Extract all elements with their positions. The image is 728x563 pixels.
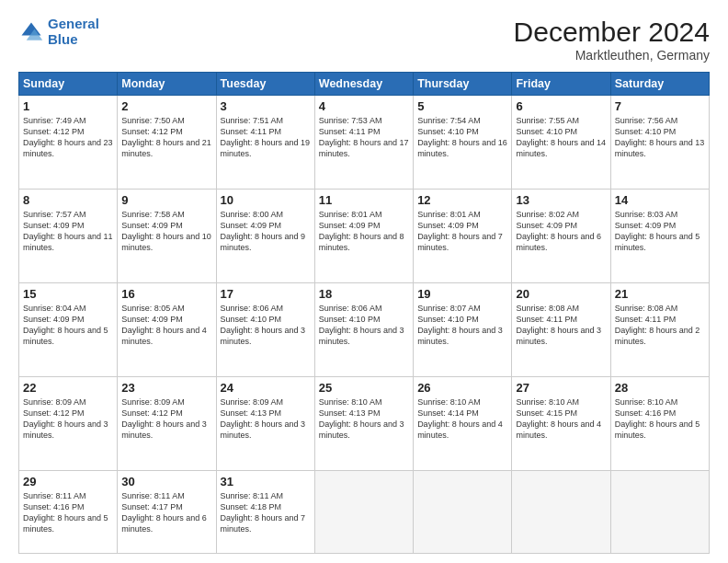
day-number: 14 <box>615 193 705 207</box>
logo-line1: General <box>48 16 99 31</box>
calendar-cell: 19Sunrise: 8:07 AMSunset: 4:10 PMDayligh… <box>414 282 512 376</box>
cell-info: Sunrise: 8:11 AMSunset: 4:16 PMDaylight:… <box>23 490 113 535</box>
day-number: 13 <box>516 193 606 207</box>
calendar-week-row: 29Sunrise: 8:11 AMSunset: 4:16 PMDayligh… <box>19 470 710 553</box>
day-number: 16 <box>121 287 211 301</box>
cell-info: Sunrise: 8:00 AMSunset: 4:09 PMDaylight:… <box>221 209 311 254</box>
cell-info: Sunrise: 7:54 AMSunset: 4:10 PMDaylight:… <box>417 115 507 160</box>
calendar-cell: 7Sunrise: 7:56 AMSunset: 4:10 PMDaylight… <box>610 96 709 190</box>
day-number: 3 <box>221 99 311 113</box>
logo-line2: Blue <box>48 31 78 47</box>
calendar-cell: 9Sunrise: 7:58 AMSunset: 4:09 PMDaylight… <box>118 189 216 282</box>
cell-info: Sunrise: 7:58 AMSunset: 4:09 PMDaylight:… <box>121 209 211 254</box>
cell-info: Sunrise: 8:04 AMSunset: 4:09 PMDaylight:… <box>23 303 113 348</box>
calendar-cell: 31Sunrise: 8:11 AMSunset: 4:18 PMDayligh… <box>216 470 314 553</box>
calendar-cell: 1Sunrise: 7:49 AMSunset: 4:12 PMDaylight… <box>19 96 118 190</box>
cell-info: Sunrise: 8:10 AMSunset: 4:13 PMDaylight:… <box>319 396 409 442</box>
calendar-cell: 3Sunrise: 7:51 AMSunset: 4:11 PMDaylight… <box>216 96 314 190</box>
calendar-cell: 5Sunrise: 7:54 AMSunset: 4:10 PMDaylight… <box>414 96 512 190</box>
cell-info: Sunrise: 8:02 AMSunset: 4:09 PMDaylight:… <box>516 209 606 254</box>
day-number: 4 <box>319 99 409 113</box>
calendar-week-row: 1Sunrise: 7:49 AMSunset: 4:12 PMDaylight… <box>19 96 710 190</box>
day-number: 25 <box>319 381 409 395</box>
day-number: 31 <box>221 475 311 488</box>
calendar-cell <box>610 470 709 553</box>
calendar-cell: 13Sunrise: 8:02 AMSunset: 4:09 PMDayligh… <box>512 189 610 282</box>
calendar-week-row: 22Sunrise: 8:09 AMSunset: 4:12 PMDayligh… <box>19 376 710 470</box>
title-block: December 2024 Marktleuthen, Germany <box>514 17 710 63</box>
cell-info: Sunrise: 8:11 AMSunset: 4:17 PMDaylight:… <box>121 490 211 535</box>
cell-info: Sunrise: 7:51 AMSunset: 4:11 PMDaylight:… <box>221 115 311 160</box>
cell-info: Sunrise: 7:53 AMSunset: 4:11 PMDaylight:… <box>319 115 409 160</box>
weekday-header: Sunday <box>19 73 118 96</box>
day-number: 7 <box>615 99 705 113</box>
location: Marktleuthen, Germany <box>514 48 710 63</box>
day-number: 9 <box>121 193 211 207</box>
cell-info: Sunrise: 8:09 AMSunset: 4:12 PMDaylight:… <box>23 396 113 442</box>
calendar-table: SundayMondayTuesdayWednesdayThursdayFrid… <box>18 72 710 554</box>
calendar-cell: 20Sunrise: 8:08 AMSunset: 4:11 PMDayligh… <box>512 282 610 376</box>
day-number: 5 <box>417 99 507 113</box>
calendar-cell: 10Sunrise: 8:00 AMSunset: 4:09 PMDayligh… <box>216 189 314 282</box>
cell-info: Sunrise: 7:49 AMSunset: 4:12 PMDaylight:… <box>23 115 113 160</box>
calendar-cell <box>512 470 610 553</box>
logo: General Blue <box>18 17 99 47</box>
day-number: 11 <box>319 193 409 207</box>
cell-info: Sunrise: 8:10 AMSunset: 4:16 PMDaylight:… <box>615 396 705 442</box>
day-number: 30 <box>121 475 211 488</box>
cell-info: Sunrise: 8:05 AMSunset: 4:09 PMDaylight:… <box>121 303 211 348</box>
cell-info: Sunrise: 8:01 AMSunset: 4:09 PMDaylight:… <box>417 209 507 254</box>
weekday-header: Monday <box>118 73 216 96</box>
day-number: 6 <box>516 99 606 113</box>
calendar-cell: 2Sunrise: 7:50 AMSunset: 4:12 PMDaylight… <box>118 96 216 190</box>
cell-info: Sunrise: 8:10 AMSunset: 4:15 PMDaylight:… <box>516 396 606 442</box>
weekday-header: Friday <box>512 73 610 96</box>
calendar-cell: 26Sunrise: 8:10 AMSunset: 4:14 PMDayligh… <box>414 376 512 470</box>
calendar-cell: 22Sunrise: 8:09 AMSunset: 4:12 PMDayligh… <box>19 376 118 470</box>
day-number: 21 <box>615 287 705 301</box>
cell-info: Sunrise: 7:55 AMSunset: 4:10 PMDaylight:… <box>516 115 606 160</box>
day-number: 17 <box>221 287 311 301</box>
calendar-cell: 21Sunrise: 8:08 AMSunset: 4:11 PMDayligh… <box>610 282 709 376</box>
calendar-cell: 29Sunrise: 8:11 AMSunset: 4:16 PMDayligh… <box>19 470 118 553</box>
header: General Blue December 2024 Marktleuthen,… <box>18 17 710 63</box>
cell-info: Sunrise: 8:01 AMSunset: 4:09 PMDaylight:… <box>319 209 409 254</box>
day-number: 27 <box>516 381 606 395</box>
day-number: 23 <box>121 381 211 395</box>
logo-icon <box>18 19 44 45</box>
cell-info: Sunrise: 7:56 AMSunset: 4:10 PMDaylight:… <box>615 115 705 160</box>
calendar-cell: 23Sunrise: 8:09 AMSunset: 4:12 PMDayligh… <box>118 376 216 470</box>
cell-info: Sunrise: 8:11 AMSunset: 4:18 PMDaylight:… <box>221 490 311 535</box>
cell-info: Sunrise: 8:06 AMSunset: 4:10 PMDaylight:… <box>319 303 409 348</box>
day-number: 1 <box>23 99 113 113</box>
cell-info: Sunrise: 8:09 AMSunset: 4:13 PMDaylight:… <box>221 396 311 442</box>
day-number: 24 <box>221 381 311 395</box>
day-number: 28 <box>615 381 705 395</box>
calendar-cell: 28Sunrise: 8:10 AMSunset: 4:16 PMDayligh… <box>610 376 709 470</box>
day-number: 10 <box>221 193 311 207</box>
calendar-cell: 12Sunrise: 8:01 AMSunset: 4:09 PMDayligh… <box>414 189 512 282</box>
weekday-header: Wednesday <box>314 73 413 96</box>
calendar-cell: 8Sunrise: 7:57 AMSunset: 4:09 PMDaylight… <box>19 189 118 282</box>
cell-info: Sunrise: 8:03 AMSunset: 4:09 PMDaylight:… <box>615 209 705 254</box>
cell-info: Sunrise: 7:50 AMSunset: 4:12 PMDaylight:… <box>121 115 211 160</box>
weekday-header: Thursday <box>414 73 512 96</box>
cell-info: Sunrise: 8:08 AMSunset: 4:11 PMDaylight:… <box>516 303 606 348</box>
cell-info: Sunrise: 8:10 AMSunset: 4:14 PMDaylight:… <box>417 396 507 442</box>
day-number: 29 <box>23 475 113 488</box>
day-number: 19 <box>417 287 507 301</box>
day-number: 12 <box>417 193 507 207</box>
calendar-cell: 30Sunrise: 8:11 AMSunset: 4:17 PMDayligh… <box>118 470 216 553</box>
day-number: 2 <box>121 99 211 113</box>
calendar-cell <box>314 470 413 553</box>
day-number: 18 <box>319 287 409 301</box>
calendar-cell: 11Sunrise: 8:01 AMSunset: 4:09 PMDayligh… <box>314 189 413 282</box>
calendar-cell: 16Sunrise: 8:05 AMSunset: 4:09 PMDayligh… <box>118 282 216 376</box>
day-number: 20 <box>516 287 606 301</box>
logo-text: General Blue <box>48 17 99 47</box>
cell-info: Sunrise: 8:06 AMSunset: 4:10 PMDaylight:… <box>221 303 311 348</box>
month-title: December 2024 <box>514 17 710 48</box>
calendar-cell: 24Sunrise: 8:09 AMSunset: 4:13 PMDayligh… <box>216 376 314 470</box>
calendar-cell: 4Sunrise: 7:53 AMSunset: 4:11 PMDaylight… <box>314 96 413 190</box>
day-number: 8 <box>23 193 113 207</box>
